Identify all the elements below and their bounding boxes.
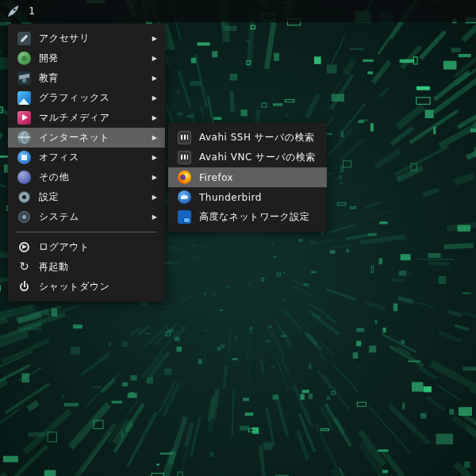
submenu-item-label: Avahi SSH サーバの検索 bbox=[199, 131, 315, 144]
shutdown-power-icon bbox=[17, 280, 31, 294]
settings-gear-icon bbox=[17, 190, 31, 204]
accessories-icon bbox=[17, 32, 31, 45]
submenu-item-label: Avahi VNC サーバの検索 bbox=[199, 151, 316, 164]
menu-item-label: グラフィックス bbox=[39, 91, 109, 105]
menu-item-label: 教育 bbox=[39, 71, 59, 85]
menu-item-development[interactable]: 開発 ▶ bbox=[8, 48, 165, 68]
menu-item-label: マルチメディア bbox=[39, 111, 109, 125]
submenu-item-label: 高度なネットワーク設定 bbox=[199, 210, 309, 224]
submenu-arrow-icon: ▶ bbox=[152, 187, 157, 207]
menu-item-settings[interactable]: 設定 ▶ bbox=[8, 187, 165, 207]
submenu-arrow-icon: ▶ bbox=[152, 148, 157, 167]
menu-item-label: オフィス bbox=[39, 151, 79, 164]
terminal-icon bbox=[178, 151, 191, 164]
menu-item-education[interactable]: 教育 ▶ bbox=[8, 68, 165, 88]
menu-item-label: アクセサリ bbox=[39, 32, 90, 45]
graphics-icon bbox=[17, 91, 31, 105]
logout-icon bbox=[17, 240, 31, 254]
submenu-item-label: Thunderbird bbox=[199, 192, 262, 203]
submenu-arrow-icon: ▶ bbox=[152, 167, 157, 187]
submenu-item-avahi-vnc[interactable]: Avahi VNC サーバの検索 bbox=[168, 148, 327, 167]
submenu-arrow-icon: ▶ bbox=[152, 68, 157, 88]
menu-item-label: ログアウト bbox=[39, 240, 90, 254]
submenu-arrow-icon: ▶ bbox=[152, 48, 157, 68]
launcher-rocket-icon[interactable] bbox=[6, 3, 21, 19]
submenu-item-firefox[interactable]: Firefox bbox=[168, 167, 327, 187]
submenu-arrow-icon: ▶ bbox=[152, 29, 157, 48]
network-settings-icon bbox=[178, 210, 191, 224]
thunderbird-icon bbox=[178, 190, 191, 204]
workspace-indicator[interactable]: 1 bbox=[29, 0, 35, 22]
menu-item-label: システム bbox=[39, 210, 79, 224]
menu-separator bbox=[16, 232, 157, 232]
menu-item-accessories[interactable]: アクセサリ ▶ bbox=[8, 29, 165, 48]
submenu-item-network-settings[interactable]: 高度なネットワーク設定 bbox=[168, 207, 327, 227]
submenu-arrow-icon: ▶ bbox=[152, 207, 157, 227]
menu-item-office[interactable]: オフィス ▶ bbox=[8, 148, 165, 167]
menu-item-restart[interactable]: 再起動 bbox=[8, 257, 165, 277]
menu-item-label: その他 bbox=[39, 171, 69, 184]
rocket-icon bbox=[6, 4, 21, 18]
internet-icon bbox=[17, 131, 31, 144]
multimedia-icon bbox=[17, 111, 31, 125]
other-icon bbox=[17, 171, 31, 184]
development-icon bbox=[17, 52, 31, 65]
internet-submenu: Avahi SSH サーバの検索 Avahi VNC サーバの検索 Firefo… bbox=[168, 123, 327, 232]
education-icon bbox=[17, 71, 31, 85]
submenu-arrow-icon: ▶ bbox=[152, 128, 157, 148]
submenu-arrow-icon: ▶ bbox=[152, 108, 157, 128]
submenu-item-avahi-ssh[interactable]: Avahi SSH サーバの検索 bbox=[168, 128, 327, 148]
menu-item-shutdown[interactable]: シャットダウン bbox=[8, 277, 165, 297]
menu-item-label: インターネット bbox=[39, 131, 109, 144]
menu-item-label: 再起動 bbox=[39, 260, 69, 274]
system-icon bbox=[17, 210, 31, 224]
menu-item-label: 開発 bbox=[39, 52, 59, 65]
terminal-icon bbox=[178, 131, 191, 144]
applications-menu: アクセサリ ▶ 開発 ▶ 教育 ▶ グラフィックス ▶ マルチメディア ▶ イン… bbox=[8, 24, 165, 301]
top-panel: 1 bbox=[0, 0, 476, 22]
submenu-item-thunderbird[interactable]: Thunderbird bbox=[168, 187, 327, 207]
menu-item-system[interactable]: システム ▶ bbox=[8, 207, 165, 227]
firefox-icon bbox=[178, 171, 191, 184]
menu-item-multimedia[interactable]: マルチメディア ▶ bbox=[8, 108, 165, 128]
restart-icon bbox=[17, 260, 31, 274]
submenu-item-label: Firefox bbox=[199, 172, 233, 183]
menu-item-logout[interactable]: ログアウト bbox=[8, 237, 165, 257]
menu-item-graphics[interactable]: グラフィックス ▶ bbox=[8, 88, 165, 108]
menu-item-internet[interactable]: インターネット ▶ bbox=[8, 128, 165, 148]
office-icon bbox=[17, 151, 31, 164]
menu-item-label: シャットダウン bbox=[39, 280, 109, 294]
submenu-arrow-icon: ▶ bbox=[152, 88, 157, 108]
menu-item-label: 設定 bbox=[39, 190, 59, 204]
menu-item-other[interactable]: その他 ▶ bbox=[8, 167, 165, 187]
